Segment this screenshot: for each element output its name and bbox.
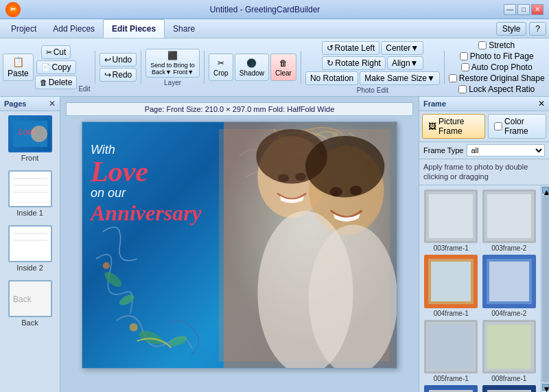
sep-5 (444, 51, 445, 84)
style-button[interactable]: Style (496, 22, 527, 36)
svg-rect-7 (10, 227, 51, 261)
menu-project[interactable]: Project (3, 19, 45, 38)
lock-aspect-checkbox-row: Lock Aspect Ratio (458, 84, 535, 94)
crop-button[interactable]: ✂ Crop (209, 54, 233, 81)
menu-share[interactable]: Share (165, 19, 203, 38)
help-button[interactable]: ? (529, 22, 546, 36)
page-front-label: Front (21, 154, 39, 162)
toolbar: 📋 Paste ✂ Cut 📄 Copy 🗑 Delete Edit ↩ Und… (0, 38, 549, 97)
pages-close-button[interactable]: ✕ (49, 99, 56, 108)
frame-item-009-2[interactable]: 009frame-2 (482, 385, 537, 392)
frame-thumb-004-1 (424, 255, 478, 308)
restore-checkbox[interactable] (449, 74, 457, 82)
align-button[interactable]: Align▼ (387, 56, 423, 70)
card-on-our-text: on our (91, 186, 202, 200)
sep-2 (141, 51, 141, 84)
shadow-icon: 🌑 (246, 58, 257, 68)
clear-icon: 🗑 (279, 58, 288, 68)
svg-text:Back: Back (13, 295, 32, 304)
app-title: Untitled - GreetingCardBuilder (26, 5, 504, 14)
paste-icon: 📋 (12, 56, 24, 67)
menu-bar: Project Add Pieces Edit Pieces Share Sty… (0, 19, 549, 38)
auto-crop-checkbox[interactable] (461, 63, 469, 71)
frame-thumb-009-2 (482, 385, 536, 392)
rotate-left-button[interactable]: ↺ Rotate Left (322, 41, 380, 55)
cut-button[interactable]: ✂ Cut (41, 45, 71, 59)
menu-right: Style ? (496, 19, 546, 38)
shadow-button[interactable]: 🌑 Shadow (235, 54, 269, 81)
frame-item-005-1[interactable]: 005frame-1 (423, 320, 479, 382)
stretch-checkbox[interactable] (478, 41, 487, 49)
send-to-back-button[interactable]: ⬛ Send to Bring toBack▼ Front▼ (145, 49, 200, 78)
scroll-thumb[interactable] (542, 195, 549, 382)
delete-icon: 🗑 (40, 78, 47, 87)
mini-inside2-card (10, 227, 51, 261)
frame-item-004-1[interactable]: 004frame-1 (423, 255, 479, 317)
scroll-down-btn[interactable]: ▼ (542, 384, 549, 391)
page-front-thumb[interactable]: Love Front (8, 115, 52, 162)
copy-button[interactable]: 📄 Copy (36, 60, 76, 74)
make-same-size-button[interactable]: Make Same Size▼ (360, 71, 440, 85)
picture-frame-tab[interactable]: 🖼 Picture Frame (422, 114, 485, 139)
lock-aspect-checkbox[interactable] (458, 85, 467, 93)
color-frame-checkbox[interactable] (494, 122, 502, 130)
delete-button[interactable]: 🗑 Delete (35, 76, 78, 89)
color-frame-tab[interactable]: Color Frame (488, 114, 546, 139)
crop-shadow-group: ✂ Crop 🌑 Shadow 🗑 Clear (209, 54, 296, 81)
card-text-area: With Love on our Anniversary (91, 143, 202, 226)
rotate-left-icon: ↺ (327, 43, 334, 53)
frame-item-003-1[interactable]: 003frame-1 (423, 189, 479, 252)
photo-fit-checkbox[interactable] (460, 52, 468, 60)
frame-item-003-2[interactable]: 003frame-2 (482, 189, 537, 252)
frame-panel: Frame ✕ 🖼 Picture Frame Color Frame Fram… (419, 97, 549, 392)
paste-button[interactable]: 📋 Paste (3, 54, 34, 81)
no-rotation-button[interactable]: No Rotation (305, 71, 358, 85)
card-with-text: With (91, 143, 202, 157)
picture-frame-icon: 🖼 (428, 122, 436, 131)
frame-scrollbar[interactable]: ▲ ▼ (541, 185, 549, 392)
canvas-info-bar: Page: Front Size: 210.0 × 297.0 mm Fold:… (66, 102, 413, 116)
pages-panel-title: Pages (4, 100, 26, 108)
greeting-card[interactable]: With Love on our Anniversary (82, 122, 397, 369)
page-inside2-thumb[interactable]: Inside 2 (8, 225, 52, 272)
frame-instructions: Apply frame to photo by double clicking … (419, 159, 549, 185)
menu-add-pieces[interactable]: Add Pieces (45, 19, 103, 38)
frame-close-button[interactable]: ✕ (538, 99, 545, 108)
redo-button[interactable]: ↪ Redo (100, 68, 137, 82)
restore-checkbox-row: Restore Original Shape (449, 73, 545, 83)
frame-thumb-005-1 (424, 320, 478, 373)
card-love-text: Love (91, 157, 202, 186)
svg-point-35 (295, 173, 306, 181)
svg-point-2 (31, 126, 47, 142)
page-back-label: Back (21, 319, 38, 327)
frame-grid: 003frame-1 003frame-2 004frame-1 (419, 185, 541, 392)
page-inside2-image (8, 225, 52, 262)
frame-type-select[interactable]: all (467, 144, 546, 157)
frame-label-003-2: 003frame-2 (491, 244, 526, 252)
frame-item-008-1[interactable]: 008frame-1 (482, 320, 537, 382)
svg-point-34 (278, 174, 289, 183)
undo-button[interactable]: ↩ Undo (100, 53, 137, 67)
frame-panel-header: Frame ✕ (419, 97, 549, 111)
clear-button[interactable]: 🗑 Clear (270, 54, 296, 81)
sep-3 (204, 51, 205, 84)
frame-label-003-1: 003frame-1 (434, 244, 469, 252)
page-inside1-thumb[interactable]: Inside 1 (8, 170, 52, 217)
scroll-up-btn[interactable]: ▲ (542, 187, 549, 194)
close-button[interactable]: ✕ (531, 4, 544, 15)
frame-thumb-004-2 (482, 255, 536, 308)
page-back-thumb[interactable]: Back Back (8, 280, 52, 327)
card-anniversary-text: Anniversary (91, 200, 202, 226)
minimize-button[interactable]: — (504, 4, 516, 15)
maximize-button[interactable]: □ (517, 4, 530, 15)
menu-edit-pieces[interactable]: Edit Pieces (103, 19, 165, 38)
rotate-row-2: ↻ Rotate Right Align▼ (322, 56, 423, 70)
frame-item-008-2[interactable]: 008frame-2 (423, 385, 479, 392)
frame-item-004-2[interactable]: 004frame-2 (482, 255, 537, 317)
frame-label-004-1: 004frame-1 (434, 310, 469, 317)
svg-point-33 (305, 136, 384, 198)
frame-tabs: 🖼 Picture Frame Color Frame (419, 111, 549, 142)
rotate-right-button[interactable]: ↻ Rotate Right (322, 56, 386, 70)
rotate-right-icon: ↻ (327, 58, 334, 68)
center-button[interactable]: Center▼ (381, 41, 423, 55)
